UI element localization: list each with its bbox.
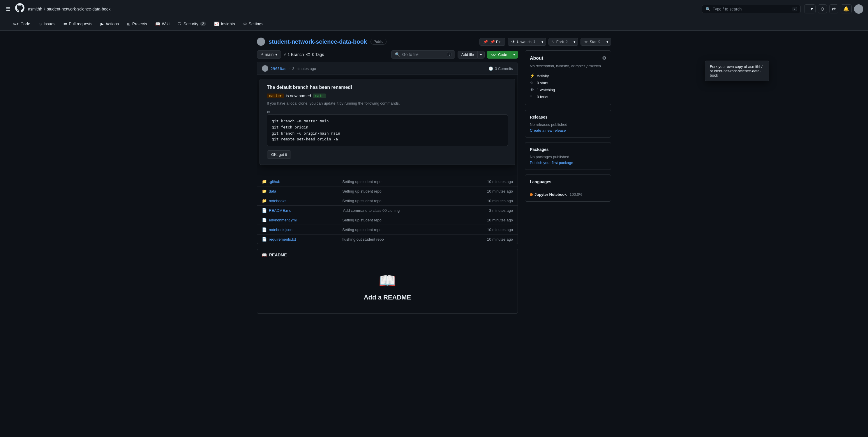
chevron-down-icon: ▾ [607,40,609,44]
file-time: 10 minutes ago [487,180,513,184]
github-logo[interactable] [15,3,25,14]
breadcrumb: asmithh / student-network-science-data-b… [28,7,111,11]
unwatch-button[interactable]: 👁 Unwatch 1 [508,38,539,46]
commit-bar-left: 29656ad · 3 minutes ago [262,65,316,72]
file-name[interactable]: data [269,189,340,193]
tab-settings[interactable]: ⚙ Settings [240,18,267,30]
file-time: 10 minutes ago [487,199,513,203]
tab-issues[interactable]: ⊙ Issues [35,18,59,30]
insights-icon: 📈 [214,22,219,26]
chevron-down-icon: ▾ [275,52,277,57]
no-packages-label: No packages published [530,155,606,159]
language-pct: 100.0% [570,192,583,197]
star-dropdown[interactable]: ▾ [604,38,611,46]
settings-gear-icon[interactable]: ⚙ [602,55,606,61]
file-message: flushing out student repo [342,237,485,242]
go-to-file-input[interactable]: 🔍 Go to file t [391,51,455,59]
readme-header: 📖 README [257,249,518,261]
language-name: Jupyter Notebook [534,192,567,197]
commit-hash[interactable]: 29656ad [271,66,287,71]
pr-button[interactable]: ⇄ [829,4,838,13]
activity-icon: ⚡ [530,73,534,78]
file-name[interactable]: .github [269,180,340,184]
commits-link[interactable]: 🕐 3 Commits [489,66,513,71]
file-row: 📁 data Setting up student repo 10 minute… [257,186,518,196]
tab-pull-requests[interactable]: ⇄ Pull requests [60,18,96,30]
packages-title: Packages [530,147,606,152]
code-line-1: git branch -m master main [272,118,503,124]
file-name[interactable]: README.md [269,208,341,213]
shield-icon: 🛡 [178,22,182,26]
about-section: About ⚙ No description, website, or topi… [525,51,611,105]
chevron-down-icon: ▾ [811,6,813,12]
tag-icon: 🏷 [306,52,310,57]
packages-section: Packages No packages published Publish y… [525,142,611,170]
branch-selector[interactable]: ⑂ main ▾ [257,51,281,59]
tag-count[interactable]: 🏷 0 Tags [306,52,324,57]
tab-projects[interactable]: ⊞ Projects [124,18,151,30]
file-message: Setting up student repo [342,180,485,184]
git-branch-icon-sm: ⑂ [283,52,286,57]
repo-header: student-network-science-data-book Public… [257,38,611,46]
search-kbd: / [793,7,797,11]
folder-icon: 📁 [262,189,267,193]
activity-stat[interactable]: ⚡ Activity [530,72,606,79]
breadcrumb-repo[interactable]: student-network-science-data-book [47,7,111,11]
new-button[interactable]: + ▾ [804,4,815,13]
pin-button[interactable]: 📌 📌 Pin [479,38,505,46]
file-row: 📄 notebook.json Setting up student repo … [257,225,518,235]
tab-security[interactable]: 🛡 Security 2 [174,18,210,30]
tab-code[interactable]: </> Code [9,18,34,30]
hamburger-menu[interactable]: ☰ [5,5,12,13]
fork-dropdown[interactable]: ▾ [571,38,578,46]
user-avatar[interactable] [854,4,863,14]
file-row: 📄 environment.yml Setting up student rep… [257,215,518,225]
file-row: 📄 requirements.txt flushing out student … [257,235,518,244]
stars-stat[interactable]: ☆ 0 stars [530,79,606,86]
file-icon-doc: 📄 [262,208,267,213]
add-file-dropdown[interactable]: ▾ [478,51,485,59]
add-file-button[interactable]: Add file [458,51,478,59]
tab-actions[interactable]: ▶ Actions [97,18,122,30]
ok-got-it-button[interactable]: OK, got it [267,150,291,159]
file-table: 29656ad · 3 minutes ago 🕐 3 Commits The … [257,62,518,244]
repo-toolbar: ⑂ main ▾ ⑂ 1 Branch 🏷 0 Tags 🔍 Go to fil… [257,51,518,59]
tab-wiki[interactable]: 📖 Wiki [152,18,173,30]
issues-button[interactable]: ⊙ [818,4,827,13]
branch-count[interactable]: ⑂ 1 Branch [283,52,304,57]
no-releases-label: No releases published [530,122,606,127]
file-name[interactable]: environment.yml [269,218,340,222]
forks-stat[interactable]: ⑂ 0 forks [530,93,606,100]
code-button[interactable]: </> Code [487,51,511,59]
breadcrumb-user[interactable]: asmithh [28,7,42,11]
readme-section: 📖 README 📖 Add a README [257,249,518,314]
file-row: 📁 .github Setting up student repo 10 min… [257,177,518,186]
publish-package-link[interactable]: Publish your first package [530,160,573,165]
unwatch-dropdown[interactable]: ▾ [539,38,546,46]
file-name[interactable]: requirements.txt [269,237,340,242]
file-time: 10 minutes ago [487,227,513,232]
book-icon: 📖 [262,253,267,257]
code-dropdown[interactable]: ▾ [511,51,518,59]
actions-icon: ▶ [100,22,104,26]
tab-insights[interactable]: 📈 Insights [211,18,238,30]
issue-circle-icon: ⊙ [38,22,42,26]
fork-button[interactable]: ⑂ Fork 0 [549,38,571,46]
repo-header-actions: 📌 📌 Pin 👁 Unwatch 1 ▾ ⑂ Fork [479,38,611,46]
language-dot [530,193,533,196]
star-button[interactable]: ☆ Star 0 [581,38,604,46]
repo-owner-avatar [257,38,265,46]
readme-book-large-icon: 📖 [269,273,506,289]
watching-stat[interactable]: 👁 1 watching [530,86,606,93]
copy-icon[interactable]: ⧉ [267,110,270,114]
file-name[interactable]: notebook.json [269,227,340,232]
folder-icon: 📁 [262,198,267,203]
releases-section: Releases No releases published Create a … [525,110,611,137]
repo-title[interactable]: student-network-science-data-book [269,38,367,45]
about-description: No description, website, or topics provi… [530,64,606,68]
file-message: Add command to class 00 cloning [343,208,487,213]
create-release-link[interactable]: Create a new release [530,128,566,132]
search-bar[interactable]: 🔍 Type / to search / [702,5,801,13]
file-name[interactable]: notebooks [269,199,340,203]
notifications-button[interactable]: 🔔 [841,4,852,13]
